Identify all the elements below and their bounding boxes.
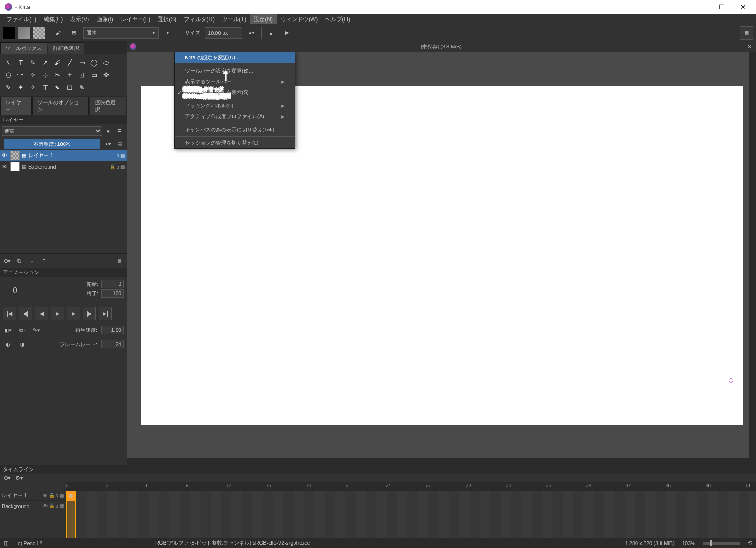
menu-7[interactable]: ツール(T) bbox=[218, 14, 250, 24]
layers-tab[interactable]: レイヤー bbox=[0, 97, 32, 115]
timeline-playhead[interactable] bbox=[66, 491, 76, 538]
next-frame-button[interactable]: ▶ bbox=[67, 307, 80, 320]
canvas-viewport[interactable]: Krita の設定を変更(C)...ツールバーの設定を変更(B)...表示するツ… bbox=[127, 52, 756, 458]
tool-21[interactable]: ◫ bbox=[40, 81, 51, 93]
menu-item[interactable]: 表示するツールバー▶ bbox=[175, 76, 295, 87]
menu-item[interactable]: セッションの管理を切り替え(L) bbox=[175, 137, 295, 148]
duplicate-layer-button[interactable]: ⧉ bbox=[14, 256, 24, 266]
menu-item[interactable]: ツールバーの設定を変更(B)... bbox=[175, 65, 295, 76]
fg-color-swatch[interactable] bbox=[3, 27, 15, 39]
tool-10[interactable]: 〰 bbox=[15, 69, 26, 81]
menu-5[interactable]: 選択(S) bbox=[154, 14, 180, 24]
menu-1[interactable]: 編集(E) bbox=[40, 14, 66, 24]
tool-23[interactable]: ◻ bbox=[64, 81, 75, 93]
tool-options-tab[interactable]: ツールのオプション bbox=[32, 97, 89, 115]
tool-11[interactable]: ✧ bbox=[27, 69, 39, 81]
timeline-ruler[interactable]: 03691215182124273033363942454851 bbox=[66, 482, 756, 491]
menu-3[interactable]: 画像(I) bbox=[93, 14, 117, 24]
maximize-button[interactable]: ☐ bbox=[711, 0, 732, 14]
layer-filter-button[interactable]: ▾ bbox=[103, 126, 113, 137]
tool-19[interactable]: ✦ bbox=[15, 81, 26, 93]
toolbox-tab[interactable]: ツールボックス bbox=[0, 42, 47, 54]
gradient-swatch[interactable] bbox=[18, 27, 30, 39]
minimize-button[interactable]: — bbox=[689, 0, 711, 14]
menu-6[interactable]: フィルタ(R) bbox=[180, 14, 218, 24]
tl-opts-button[interactable]: ⚙▾ bbox=[14, 473, 24, 483]
visibility-icon[interactable]: 👁 bbox=[2, 153, 8, 158]
close-button[interactable]: ✕ bbox=[732, 0, 754, 14]
anim-start-input[interactable]: 0 bbox=[101, 280, 124, 288]
tool-16[interactable]: ▭ bbox=[88, 69, 100, 81]
workspace-button[interactable]: ▦ bbox=[740, 26, 753, 40]
mirror-v-button[interactable]: ▶ bbox=[280, 26, 294, 40]
onion-color-button[interactable]: ◑ bbox=[17, 339, 27, 349]
pattern-swatch[interactable] bbox=[33, 27, 45, 39]
prev-frame-button[interactable]: ◀ bbox=[35, 307, 48, 320]
onion-fill-button[interactable]: ◐ bbox=[3, 339, 13, 349]
horizontal-scrollbar[interactable] bbox=[127, 458, 756, 465]
delete-layer-button[interactable]: 🗑 bbox=[114, 256, 125, 266]
next-key-button[interactable]: |▶ bbox=[83, 307, 96, 320]
tool-15[interactable]: ⊡ bbox=[76, 69, 88, 81]
mirror-h-button[interactable]: ▲ bbox=[264, 26, 278, 40]
blend-mode-select[interactable]: 通常▾ bbox=[83, 27, 159, 39]
anim-drop-button[interactable]: ✎▾ bbox=[31, 325, 41, 335]
vertical-scrollbar[interactable] bbox=[749, 52, 756, 458]
ext-color-tab[interactable]: 拡張色選択 bbox=[90, 97, 126, 115]
move-down-button[interactable]: ⌄ bbox=[26, 256, 37, 266]
layer-menu-button[interactable]: ☰ bbox=[114, 126, 125, 137]
onion-skin-button[interactable]: ◧▾ bbox=[3, 325, 13, 335]
add-layer-button[interactable]: ⊕▾ bbox=[2, 256, 12, 266]
tool-14[interactable]: ＋ bbox=[64, 69, 75, 81]
current-frame-display[interactable]: 0 bbox=[3, 280, 27, 301]
tool-13[interactable]: ✂ bbox=[52, 69, 63, 81]
zoom-slider[interactable] bbox=[703, 542, 740, 545]
close-document-button[interactable]: ✕ bbox=[746, 44, 753, 50]
goto-start-button[interactable]: |◀ bbox=[3, 307, 16, 320]
tool-3[interactable]: ↗ bbox=[40, 57, 51, 68]
tool-9[interactable]: ⬠ bbox=[3, 69, 14, 81]
menu-item[interactable]: アクティブ作成者プロファイル(A)▶ bbox=[175, 111, 295, 122]
tool-20[interactable]: ✧ bbox=[27, 81, 39, 93]
tool-7[interactable]: ◯ bbox=[88, 57, 100, 68]
brush-editor-button[interactable]: ⊞ bbox=[67, 26, 80, 40]
anim-option-button[interactable]: ⧉▾ bbox=[17, 325, 27, 335]
brush-preset-button[interactable]: 🖌 bbox=[51, 26, 64, 40]
menu-9[interactable]: ウィンドウ(W) bbox=[277, 14, 321, 24]
tool-1[interactable]: T bbox=[15, 57, 26, 68]
opacity-menu[interactable]: ▤ bbox=[114, 138, 125, 149]
tool-6[interactable]: ▭ bbox=[76, 57, 88, 68]
goto-end-button[interactable]: ▶| bbox=[99, 307, 112, 320]
menu-item[interactable]: ドッキングパネルを表示(S) bbox=[175, 87, 295, 98]
tool-4[interactable]: 🖌 bbox=[52, 57, 63, 68]
menu-0[interactable]: ファイル(F) bbox=[3, 14, 40, 24]
tool-0[interactable]: ↖ bbox=[3, 57, 14, 68]
prev-key-button[interactable]: ◀| bbox=[19, 307, 32, 320]
color-selector-tab[interactable]: 詳細色選択 bbox=[48, 42, 84, 54]
tool-12[interactable]: ⊹ bbox=[40, 69, 51, 81]
tool-2[interactable]: ✎ bbox=[27, 57, 39, 68]
menu-10[interactable]: ヘルプ(H) bbox=[321, 14, 354, 24]
menu-item[interactable]: Krita の設定を変更(C)... bbox=[175, 52, 295, 63]
layer-row[interactable]: 👁 ▦ レイヤー 1 α ▦ bbox=[0, 150, 127, 161]
play-speed-input[interactable]: 1.00 bbox=[101, 326, 124, 334]
timeline-grid[interactable] bbox=[66, 491, 756, 538]
menu-8[interactable]: 設定(N) bbox=[250, 14, 277, 24]
fps-input[interactable]: 24 bbox=[101, 340, 124, 348]
visibility-icon[interactable]: 👁 bbox=[2, 164, 8, 169]
blend-list-button[interactable]: ▾ bbox=[161, 26, 175, 40]
brush-size-input[interactable]: 10.00 px bbox=[205, 27, 242, 39]
layer-props-button[interactable]: ≡ bbox=[51, 256, 61, 266]
play-button[interactable]: ▶ bbox=[51, 307, 64, 320]
size-stepper[interactable]: ▴▾ bbox=[245, 26, 258, 40]
opacity-stepper[interactable]: ▴▾ bbox=[103, 138, 113, 149]
tool-17[interactable]: ✜ bbox=[101, 69, 112, 81]
menu-item[interactable]: キャンバスのみの表示に切り替え(Tab) bbox=[175, 124, 295, 135]
layer-row[interactable]: 👁 ▦ Background 🔒 α ▦ bbox=[0, 161, 127, 172]
tl-add-button[interactable]: ⊕▾ bbox=[2, 473, 12, 483]
anim-end-input[interactable]: 100 bbox=[101, 289, 124, 298]
tool-8[interactable]: ⬭ bbox=[101, 57, 112, 68]
layer-blend-select[interactable]: 通常 bbox=[2, 126, 102, 136]
tool-22[interactable]: ⬊ bbox=[52, 81, 63, 93]
sb-rotate-icon[interactable]: ⟲ bbox=[748, 540, 752, 546]
